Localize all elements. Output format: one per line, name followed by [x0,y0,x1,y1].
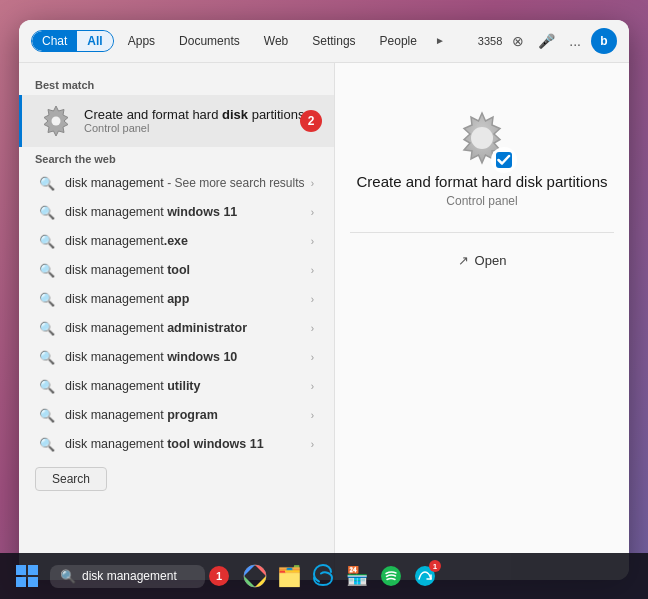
best-match-item[interactable]: Create and format hard disk partitions C… [19,95,334,147]
mic-icon[interactable]: 🎤 [534,31,559,51]
web-item-text: disk management tool [65,263,311,277]
search-icon: 🔍 [39,408,55,423]
store-icon[interactable]: 🏪 [343,562,371,590]
web-item-text: disk management - See more search result… [65,176,311,190]
chevron-right-icon: › [311,207,314,218]
more-arrow[interactable]: ► [431,31,449,50]
chevron-right-icon: › [311,236,314,247]
checkmark-badge [491,147,517,173]
svg-point-9 [381,566,401,586]
step-badge-1: 1 [209,566,229,586]
chevron-right-icon: › [311,410,314,421]
spotify-icon[interactable] [377,562,405,590]
chevron-right-icon: › [311,178,314,189]
control-panel-icon [38,103,74,139]
list-item[interactable]: 🔍 disk management tool › [23,256,330,285]
list-item[interactable]: 🔍 disk management app › [23,285,330,314]
svg-rect-5 [28,565,38,575]
list-item[interactable]: 🔍 disk management windows 10 › [23,343,330,372]
search-icon: 🔍 [39,350,55,365]
more-options-icon[interactable]: ... [565,31,585,51]
list-item[interactable]: 🔍 disk management windows 11 › [23,198,330,227]
nav-right: 3358 ⊗ 🎤 ... b [478,28,617,54]
list-item[interactable]: 🔍 disk management tool windows 11 › [23,430,330,459]
web-item-text: disk management tool windows 11 [65,437,311,451]
taskbar-icons: 🗂️ 🏪 1 [241,562,439,590]
list-item[interactable]: 🔍 disk management - See more search resu… [23,169,330,198]
right-panel: Create and format hard disk partitions C… [334,63,629,580]
widgets-icon[interactable] [241,562,269,590]
nav-pill[interactable]: Chat All [31,30,114,52]
chevron-right-icon: › [311,439,314,450]
web-item-text: disk management utility [65,379,311,393]
web-item-text: disk management windows 10 [65,350,311,364]
list-item[interactable]: 🔍 disk management administrator › [23,314,330,343]
app-icon [447,103,517,173]
web-item-text: disk management administrator [65,321,311,335]
taskbar-search-text: disk management [82,569,177,583]
svg-rect-6 [16,577,26,587]
file-manager-icon[interactable]: 🗂️ [275,562,303,590]
apps-tab[interactable]: Apps [118,30,165,52]
svg-point-1 [52,116,61,125]
top-nav: Chat All Apps Documents Web Settings Peo… [19,20,629,63]
search-button[interactable]: Search [35,467,107,491]
people-tab[interactable]: People [370,30,427,52]
all-tab[interactable]: All [77,31,112,51]
open-external-icon: ↗ [458,253,469,268]
settings-tab[interactable]: Settings [302,30,365,52]
web-section-label: Search the web [19,147,334,169]
chat-tab[interactable]: Chat [32,31,77,51]
open-button[interactable]: ↗ Open [450,249,515,272]
chevron-right-icon: › [311,352,314,363]
taskbar-search-bar[interactable]: 🔍 disk management [50,565,205,588]
search-icon: 🔍 [39,263,55,278]
nav-badge: 3358 [478,35,502,47]
search-icon: 🔍 [39,379,55,394]
step-badge-2: 2 [300,110,322,132]
right-app-subtitle: Control panel [446,194,517,208]
messenger-icon[interactable]: 1 [411,562,439,590]
list-item[interactable]: 🔍 disk management utility › [23,372,330,401]
search-window: Chat All Apps Documents Web Settings Peo… [19,20,629,580]
taskbar: 🔍 disk management 1 🗂️ 🏪 [0,553,648,599]
search-icon: 🔍 [39,176,55,191]
bing-button[interactable]: b [591,28,617,54]
search-icon: 🔍 [39,234,55,249]
documents-tab[interactable]: Documents [169,30,250,52]
best-match-subtitle: Control panel [84,122,318,134]
best-match-title: Create and format hard disk partitions [84,107,318,122]
search-icon: 🔍 [39,292,55,307]
svg-point-2 [471,127,493,149]
search-btn-container: Search [19,459,334,499]
taskbar-search-icon: 🔍 [60,569,76,584]
chevron-right-icon: › [311,265,314,276]
search-icon: 🔍 [39,205,55,220]
search-icon: 🔍 [39,321,55,336]
svg-rect-4 [16,565,26,575]
main-content: Best match Create and format hard disk p… [19,63,629,580]
web-item-text: disk management windows 11 [65,205,311,219]
windows-start-button[interactable] [12,561,42,591]
svg-rect-7 [28,577,38,587]
chevron-right-icon: › [311,323,314,334]
list-item[interactable]: 🔍 disk management program › [23,401,330,430]
chevron-right-icon: › [311,381,314,392]
web-item-text: disk management app [65,292,311,306]
divider [350,232,615,233]
right-app-title: Create and format hard disk partitions [357,173,608,190]
search-icon: 🔍 [39,437,55,452]
best-match-label: Best match [19,73,334,95]
best-match-text: Create and format hard disk partitions C… [84,107,318,134]
wifi-icon: ⊗ [508,31,528,51]
left-panel: Best match Create and format hard disk p… [19,63,334,580]
open-label: Open [475,253,507,268]
web-item-text: disk management program [65,408,311,422]
web-tab[interactable]: Web [254,30,298,52]
list-item[interactable]: 🔍 disk management.exe › [23,227,330,256]
messenger-badge: 1 [429,560,441,572]
chevron-right-icon: › [311,294,314,305]
edge-icon[interactable] [309,562,337,590]
web-item-text: disk management.exe [65,234,311,248]
